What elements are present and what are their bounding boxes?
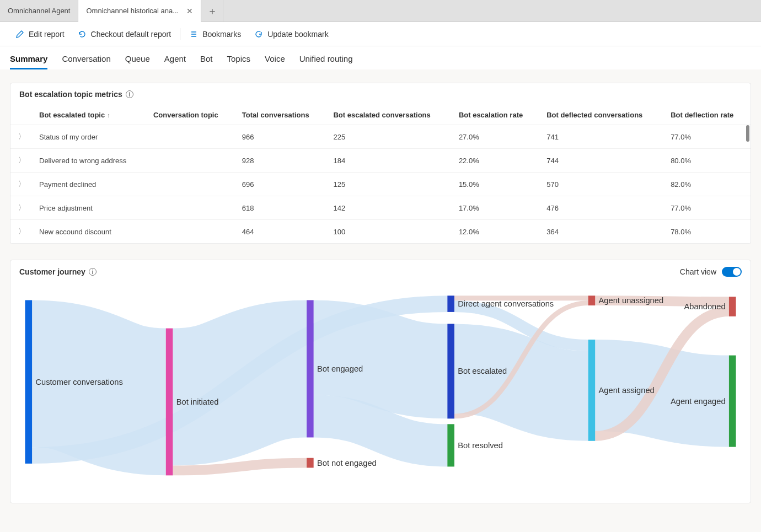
card-title: Bot escalation topic metrics i — [19, 90, 133, 99]
cell-topic: Delivered to wrong address — [33, 149, 147, 173]
new-tab-button[interactable]: ＋ — [201, 0, 223, 22]
column-header[interactable]: Bot escalated topic↑ — [33, 105, 147, 125]
sankey-node-label: Customer conversations — [35, 378, 122, 386]
chevron-right-icon[interactable]: 〉 — [18, 179, 25, 189]
cmd-label: Edit report — [29, 30, 65, 39]
cell-escalated: 184 — [326, 149, 452, 173]
metrics-table: Bot escalated topic↑Conversation topicTo… — [10, 105, 751, 244]
sankey-node-label: Bot resolved — [458, 441, 503, 450]
cell-total: 464 — [235, 220, 327, 244]
sankey-node[interactable] — [729, 297, 736, 316]
sankey-node[interactable] — [166, 329, 173, 476]
bot-escalation-metrics-card: Bot escalation topic metrics i Bot escal… — [10, 83, 751, 244]
scrollbar-thumb[interactable] — [746, 125, 749, 142]
window-tabs: Omnichannel Agent Omnichannel historical… — [0, 0, 761, 22]
sankey-node-label: Agent assigned — [599, 386, 655, 395]
sankey-node[interactable] — [447, 324, 454, 418]
tab-omnichannel-agent[interactable]: Omnichannel Agent — [0, 0, 78, 22]
report-nav: SummaryConversationQueueAgentBotTopicsVo… — [0, 46, 761, 69]
edit-report-button[interactable]: Edit report — [10, 22, 70, 46]
tab-agent[interactable]: Agent — [164, 54, 186, 69]
list-icon — [189, 30, 198, 39]
cell-escalated: 225 — [326, 125, 452, 149]
sankey-node-label: Agent unassigned — [599, 296, 664, 305]
info-icon[interactable]: i — [126, 90, 133, 98]
column-header[interactable]: Total conversations — [235, 105, 327, 125]
sankey-node[interactable] — [588, 340, 596, 441]
tab-label: Omnichannel Agent — [8, 7, 70, 15]
table-row[interactable]: 〉Status of my order96622527.0%74177.0% — [10, 125, 751, 149]
column-header[interactable]: Conversation topic — [147, 105, 235, 125]
sankey-node[interactable] — [447, 424, 454, 466]
chevron-right-icon[interactable]: 〉 — [18, 132, 25, 142]
chevron-right-icon[interactable]: 〉 — [18, 227, 25, 237]
sankey-node-label: Direct agent conversations — [458, 299, 554, 308]
cell-conv_topic — [147, 149, 235, 173]
cell-def_rate: 82.0% — [664, 173, 751, 196]
tab-unified-routing[interactable]: Unified routing — [299, 54, 353, 69]
sankey-link — [173, 369, 307, 397]
cell-topic: New accound discount — [33, 220, 147, 244]
cell-deflected: 570 — [540, 173, 664, 196]
sankey-node-label: Abandoned — [684, 302, 725, 311]
cell-total: 966 — [235, 125, 327, 149]
sankey-link — [314, 416, 448, 445]
cell-topic: Payment declined — [33, 173, 147, 196]
table-row[interactable]: 〉Payment declined69612515.0%57082.0% — [10, 173, 751, 196]
table-row[interactable]: 〉Delivered to wrong address92818422.0%74… — [10, 149, 751, 173]
sankey-node-label: Bot not engaged — [317, 459, 377, 467]
column-header[interactable]: Bot escalation rate — [452, 105, 540, 125]
metrics-table-scroll[interactable]: Bot escalated topic↑Conversation topicTo… — [10, 105, 751, 244]
close-icon[interactable]: ✕ — [186, 7, 193, 15]
table-row[interactable]: 〉New accound discount46410012.0%36478.0% — [10, 220, 751, 244]
refresh-icon — [78, 30, 87, 39]
separator — [180, 28, 180, 40]
cmd-label: Bookmarks — [202, 30, 241, 39]
cell-conv_topic — [147, 220, 235, 244]
cell-escalated: 125 — [326, 173, 452, 196]
tab-voice[interactable]: Voice — [265, 54, 285, 69]
cell-total: 696 — [235, 173, 327, 196]
cmd-label: Checkout default report — [91, 30, 172, 39]
tab-queue[interactable]: Queue — [125, 54, 150, 69]
cell-escalated: 142 — [326, 196, 452, 220]
cell-deflected: 744 — [540, 149, 664, 173]
tab-conversation[interactable]: Conversation — [62, 54, 110, 69]
cell-def_rate: 77.0% — [664, 125, 751, 149]
info-icon[interactable]: i — [89, 268, 97, 276]
chevron-right-icon[interactable]: 〉 — [18, 203, 25, 213]
chart-view-toggle[interactable] — [722, 267, 742, 277]
cell-conv_topic — [147, 125, 235, 149]
column-header[interactable]: Bot deflection rate — [664, 105, 751, 125]
update-bookmark-button[interactable]: Update bookmark — [249, 22, 334, 46]
column-header[interactable]: Bot deflected conversations — [540, 105, 664, 125]
cmd-label: Update bookmark — [267, 30, 329, 39]
cell-topic: Price adjustment — [33, 196, 147, 220]
chevron-right-icon[interactable]: 〉 — [18, 155, 25, 165]
card-title-text: Bot escalation topic metrics — [19, 90, 122, 99]
column-header[interactable]: Bot escalated conversations — [326, 105, 452, 125]
tab-summary[interactable]: Summary — [10, 54, 47, 69]
sankey-node[interactable] — [447, 295, 454, 312]
cell-def_rate: 78.0% — [664, 220, 751, 244]
cell-deflected: 364 — [540, 220, 664, 244]
bookmarks-button[interactable]: Bookmarks — [184, 22, 246, 46]
cell-conv_topic — [147, 173, 235, 196]
cell-topic: Status of my order — [33, 125, 147, 149]
table-row[interactable]: 〉Price adjustment61814217.0%47677.0% — [10, 196, 751, 220]
cell-esc_rate: 27.0% — [452, 125, 540, 149]
sync-icon — [254, 30, 263, 39]
plus-icon: ＋ — [207, 4, 217, 18]
checkout-default-button[interactable]: Checkout default report — [72, 22, 177, 46]
sankey-node[interactable] — [307, 458, 314, 468]
tab-topics[interactable]: Topics — [227, 54, 251, 69]
tab-bot[interactable]: Bot — [200, 54, 213, 69]
tab-omnichannel-historical[interactable]: Omnichannel historical ana... ✕ — [78, 0, 201, 22]
sankey-chart[interactable]: Customer conversationsBot initiatedBot e… — [10, 283, 751, 503]
sankey-node[interactable] — [25, 300, 32, 463]
sankey-node[interactable] — [307, 300, 314, 437]
sankey-node[interactable] — [588, 295, 596, 305]
pencil-icon — [15, 30, 24, 39]
sankey-node-label: Bot engaged — [317, 364, 363, 373]
sankey-node[interactable] — [729, 356, 736, 447]
